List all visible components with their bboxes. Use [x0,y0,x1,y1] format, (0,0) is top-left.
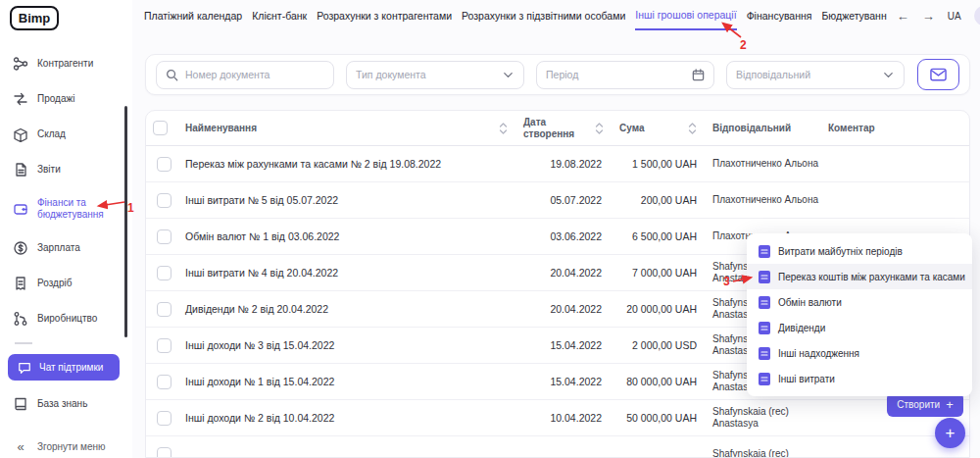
row-checkbox[interactable] [157,193,172,208]
menu-item-future-expenses[interactable]: Витрати майбутніх періодів [747,238,972,264]
sidebar-item-sales[interactable]: Продажі [0,81,132,117]
menu-item-other-expenses[interactable]: Інші витрати [747,366,972,391]
cell-sum: 20 000,00 UAH [615,303,709,315]
fab-create-button[interactable]: + [935,418,965,448]
tab-label: Розрахунки з контрагентами [317,10,452,22]
menu-item-label: Обмін валюти [778,297,842,308]
user-avatar[interactable]: A [974,6,980,25]
sidebar-scrollbar[interactable] [124,106,127,337]
sidebar-item-finance[interactable]: Фінанси та бюджетування [0,187,132,230]
sidebar-item-label: Продажі [37,93,74,105]
menu-item-label: Інші витрати [778,374,835,384]
cell-sum: 7 000,00 UAH [615,267,709,279]
filter-bar: Тип документа Період Відповідальний [145,54,970,95]
cell-responsible: Shafynskaia (rec) Anastasya [709,406,824,431]
sidebar-item-counterparties[interactable]: Контрагенти [0,46,132,81]
responsible-dropdown[interactable]: Відповідальний [726,61,905,89]
app-window: Bimp Контрагенти Продажі Склад Звіти Фін… [0,0,980,458]
period-value: Період [546,69,685,80]
sidebar-item-knowledge-base[interactable]: База знань [0,386,132,422]
column-header-sum[interactable]: Сума [615,122,709,135]
partners-icon [13,56,28,72]
sidebar-nav: Контрагенти Продажі Склад Звіти Фінанси … [0,46,132,336]
tab-label: Фінансування [747,10,812,22]
sort-icon [595,122,604,135]
sidebar-item-reports[interactable]: Звіти [0,152,132,187]
sidebar-item-label: Контрагенти [37,58,93,70]
row-checkbox[interactable] [157,302,172,317]
tab-payment-calendar[interactable]: Платіжний календар [144,1,242,30]
chat-support-button[interactable]: Чат підтримки [8,354,120,381]
warehouse-icon [13,127,28,142]
collapse-menu-button[interactable]: « Згорнути меню [0,430,132,458]
column-header-date[interactable]: Дата створення [519,117,615,139]
cell-sum: 6 500,00 UAH [615,230,709,242]
menu-item-transfer-between-accounts[interactable]: Переказ коштів між рахунками та касами [747,264,972,289]
tab-accountable-settlements[interactable]: Розрахунки з підзвітними особами [462,1,625,30]
tab-budgeting[interactable]: Бюджетуванн [821,1,886,30]
sidebar: Bimp Контрагенти Продажі Склад Звіти Фін… [0,0,132,458]
tab-counterparty-settlements[interactable]: Розрахунки з контрагентами [317,1,452,30]
sales-icon [13,91,28,107]
tab-client-bank[interactable]: Клієнт-банк [252,1,307,30]
table-row[interactable]: Інші доходи № 2 від 10.04.2022 10.04.202… [146,400,969,436]
cell-name: Інші витрати № 4 від 20.04.2022 [181,267,519,279]
column-label: Коментар [828,123,875,134]
create-document-menu: Витрати майбутніх періодів Переказ кошті… [747,233,972,396]
salary-icon [13,240,28,256]
cell-name: Обмін валют № 1 від 03.06.2022 [181,230,519,242]
cell-sum: 80 000,00 UAH [615,376,709,387]
table-row[interactable]: Переказ між рахунками та касами № 2 від … [146,146,969,182]
cell-date: 19.08.2022 [519,158,615,170]
table-row[interactable]: Shafynskaia (rec) [146,436,969,458]
mail-filter-button[interactable] [917,59,959,90]
sidebar-item-label: Роздріб [37,278,72,289]
language-selector[interactable]: UA [948,11,961,22]
responsible-value: Відповідальний [736,69,875,80]
row-checkbox[interactable] [157,157,172,172]
app-logo: Bimp [10,6,59,30]
tabs-scroll-right-icon[interactable]: → [922,9,935,24]
document-type-dropdown[interactable]: Тип документа [346,61,524,89]
sidebar-item-retail[interactable]: Роздріб [0,266,132,301]
sidebar-item-label: Виробництво [37,313,97,325]
search-input[interactable] [185,69,324,80]
row-checkbox[interactable] [157,411,172,426]
menu-item-dividends[interactable]: Дивіденди [747,315,972,340]
row-checkbox[interactable] [157,375,172,389]
menu-item-other-income[interactable]: Інші надходження [747,340,972,366]
create-button-label: Створити [897,399,940,410]
tab-label: Розрахунки з підзвітними особами [462,10,625,22]
table-row[interactable]: Інші витрати № 5 від 05.07.2022 05.07.20… [146,182,969,219]
plus-icon: + [946,425,956,441]
column-header-name[interactable]: Найменування [181,122,519,135]
tab-label: Платіжний календар [144,10,242,22]
row-checkbox[interactable] [157,229,172,244]
row-checkbox[interactable] [157,266,172,280]
period-input[interactable]: Період [536,61,714,89]
row-checkbox[interactable] [157,447,172,458]
cell-name: Інші доходи № 1 від 15.04.2022 [181,376,519,387]
table-header-checkbox-cell [146,121,181,135]
plus-icon: + [946,398,954,411]
book-icon [13,396,28,412]
column-label: Найменування [185,123,257,134]
select-all-checkbox[interactable] [153,121,168,135]
sidebar-item-salary[interactable]: Зарплата [0,230,132,266]
tabs-scroll-left-icon[interactable]: ← [897,9,909,24]
tab-financing[interactable]: Фінансування [747,1,812,30]
document-number-search[interactable] [156,61,334,89]
cell-sum: 50 000,00 UAH [615,412,709,424]
row-checkbox[interactable] [157,338,172,353]
cell-responsible: Плахотниченко Альона [709,194,824,207]
column-label: Сума [619,123,644,134]
sidebar-item-production[interactable]: Виробництво [0,301,132,336]
finance-icon [13,201,28,217]
menu-item-label: Інші надходження [778,348,859,359]
tab-other-money-operations[interactable]: Інші грошові операції [635,1,736,30]
cell-sum: 2 000,00 USD [615,339,709,351]
chevron-down-icon [882,69,895,81]
sidebar-item-label: Склад [37,128,66,140]
sidebar-item-warehouse[interactable]: Склад [0,117,132,152]
menu-item-currency-exchange[interactable]: Обмін валюти [747,289,972,315]
